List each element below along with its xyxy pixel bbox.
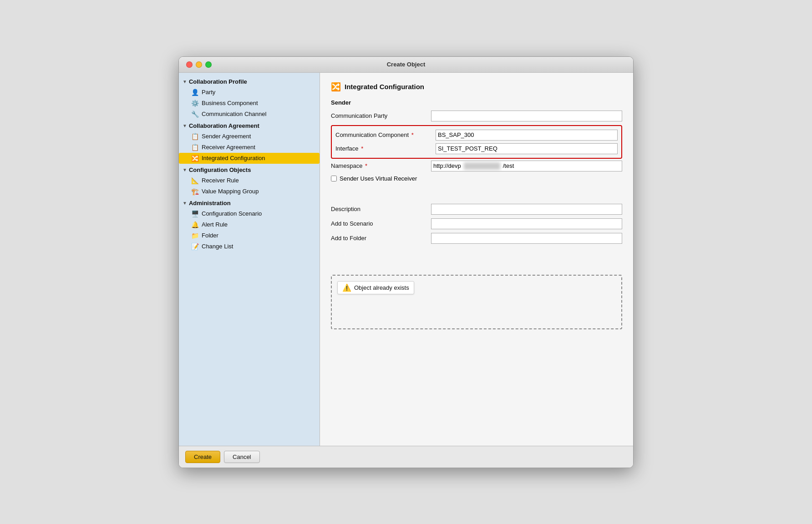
close-button[interactable] (186, 61, 193, 68)
footer: Create Cancel (179, 446, 633, 468)
sidebar-item-sender-agreement[interactable]: 📋 Sender Agreement (179, 131, 320, 142)
description-group: Description (331, 204, 622, 215)
sidebar-group-collaboration-profile[interactable]: ▼ Collaboration Profile (179, 76, 320, 87)
panel-header: 🔀 Integrated Configuration (331, 82, 622, 92)
collapse-arrow: ▼ (183, 123, 187, 128)
content-area: ▼ Collaboration Profile 👤 Party ⚙️ Busin… (179, 73, 633, 446)
sidebar-item-label: Integrated Configuration (202, 155, 265, 161)
namespace-label: Namespace * (331, 162, 431, 169)
cancel-button[interactable]: Cancel (224, 451, 259, 463)
sidebar-item-configuration-scenario[interactable]: 🖥️ Configuration Scenario (179, 208, 320, 219)
main-window: Create Object ▼ Collaboration Profile 👤 … (178, 56, 634, 468)
minimize-button[interactable] (196, 61, 202, 68)
communication-channel-icon: 🔧 (191, 110, 199, 118)
sidebar-group-configuration-objects[interactable]: ▼ Configuration Objects (179, 165, 320, 175)
sidebar-item-party[interactable]: 👤 Party (179, 87, 320, 98)
sidebar-item-label: Communication Channel (202, 111, 266, 117)
namespace-input-wrapper[interactable]: http://devp /test (431, 161, 622, 171)
required-marker: * (365, 162, 367, 169)
sidebar-item-label: Business Component (202, 100, 258, 106)
sender-section-label: Sender (331, 99, 622, 106)
sidebar: ▼ Collaboration Profile 👤 Party ⚙️ Busin… (179, 73, 320, 446)
namespace-prefix: http://devp (431, 161, 463, 170)
namespace-blurred (464, 162, 500, 170)
sender-agreement-icon: 📋 (191, 132, 199, 141)
communication-party-group: Communication Party (331, 111, 622, 121)
description-label: Description (331, 206, 431, 212)
change-list-icon: 📝 (191, 242, 199, 251)
communication-party-label: Communication Party (331, 112, 431, 119)
sidebar-item-alert-rule[interactable]: 🔔 Alert Rule (179, 219, 320, 230)
sidebar-section-configuration-objects: ▼ Configuration Objects 📐 Receiver Rule … (179, 165, 320, 197)
collapse-arrow: ▼ (183, 167, 187, 172)
sidebar-item-label: Configuration Scenario (202, 210, 262, 217)
description-input[interactable] (431, 204, 622, 215)
warning-icon: ⚠️ (342, 283, 351, 292)
sidebar-item-folder[interactable]: 📁 Folder (179, 230, 320, 241)
sidebar-group-label: Administration (189, 200, 231, 207)
virtual-receiver-checkbox[interactable] (331, 176, 337, 181)
sidebar-group-collaboration-agreement[interactable]: ▼ Collaboration Agreement (179, 121, 320, 131)
folder-icon: 📁 (191, 232, 199, 240)
error-badge: ⚠️ Object already exists (337, 281, 414, 294)
sidebar-item-label: Receiver Agreement (202, 144, 255, 151)
namespace-group: Namespace * http://devp /test (331, 161, 622, 171)
sidebar-group-administration[interactable]: ▼ Administration (179, 198, 320, 208)
sidebar-item-label: Value Mapping Group (202, 188, 259, 195)
sidebar-item-integrated-configuration[interactable]: 🔀 Integrated Configuration (179, 153, 320, 164)
communication-party-input[interactable] (431, 111, 622, 121)
configuration-scenario-icon: 🖥️ (191, 210, 199, 218)
panel-icon: 🔀 (331, 82, 341, 92)
sidebar-item-receiver-rule[interactable]: 📐 Receiver Rule (179, 175, 320, 186)
maximize-button[interactable] (205, 61, 212, 68)
sidebar-item-label: Change List (202, 243, 233, 250)
add-to-folder-label: Add to Folder (331, 235, 431, 242)
receiver-rule-icon: 📐 (191, 176, 199, 185)
sidebar-item-label: Sender Agreement (202, 133, 251, 140)
namespace-suffix: /test (501, 161, 516, 170)
sidebar-item-label: Receiver Rule (202, 177, 239, 184)
sidebar-group-label: Configuration Objects (189, 166, 251, 173)
interface-group: Interface * (335, 143, 618, 154)
required-marker: * (411, 131, 414, 138)
add-to-folder-group: Add to Folder (331, 233, 622, 244)
communication-component-input[interactable] (436, 130, 618, 141)
add-to-scenario-label: Add to Scenario (331, 220, 431, 227)
sidebar-item-change-list[interactable]: 📝 Change List (179, 241, 320, 252)
add-to-scenario-group: Add to Scenario (331, 218, 622, 229)
create-button[interactable]: Create (185, 451, 220, 463)
sidebar-section-collaboration-agreement: ▼ Collaboration Agreement 📋 Sender Agree… (179, 121, 320, 164)
sidebar-section-administration: ▼ Administration 🖥️ Configuration Scenar… (179, 198, 320, 252)
panel-title: Integrated Configuration (345, 83, 424, 91)
interface-label: Interface * (335, 145, 436, 152)
titlebar: Create Object (179, 57, 633, 73)
collapse-arrow: ▼ (183, 79, 187, 84)
value-mapping-icon: 🏗️ (191, 187, 199, 196)
alert-rule-icon: 🔔 (191, 221, 199, 229)
add-to-scenario-input[interactable] (431, 218, 622, 229)
add-to-folder-input[interactable] (431, 233, 622, 244)
sidebar-section-collaboration-profile: ▼ Collaboration Profile 👤 Party ⚙️ Busin… (179, 76, 320, 120)
sidebar-item-communication-channel[interactable]: 🔧 Communication Channel (179, 109, 320, 120)
sidebar-group-label: Collaboration Profile (189, 78, 247, 85)
main-panel: 🔀 Integrated Configuration Sender Commun… (320, 73, 633, 446)
communication-component-label: Communication Component * (335, 131, 436, 138)
error-message: Object already exists (354, 284, 409, 291)
sidebar-group-label: Collaboration Agreement (189, 122, 259, 129)
virtual-receiver-label: Sender Uses Virtual Receiver (340, 175, 417, 182)
interface-input[interactable] (436, 143, 618, 154)
sidebar-item-label: Folder (202, 232, 218, 239)
sidebar-item-label: Party (202, 89, 215, 96)
sidebar-item-business-component[interactable]: ⚙️ Business Component (179, 98, 320, 109)
sidebar-item-receiver-agreement[interactable]: 📋 Receiver Agreement (179, 142, 320, 153)
collapse-arrow: ▼ (183, 201, 187, 206)
communication-component-group: Communication Component * (335, 130, 618, 141)
receiver-agreement-icon: 📋 (191, 143, 199, 151)
virtual-receiver-group: Sender Uses Virtual Receiver (331, 175, 622, 182)
integrated-configuration-icon: 🔀 (191, 154, 199, 162)
highlighted-sender-box: Communication Component * Interface * (331, 125, 622, 159)
party-icon: 👤 (191, 88, 199, 96)
error-section: ⚠️ Object already exists (331, 275, 622, 329)
business-component-icon: ⚙️ (191, 99, 199, 107)
sidebar-item-value-mapping-group[interactable]: 🏗️ Value Mapping Group (179, 186, 320, 197)
